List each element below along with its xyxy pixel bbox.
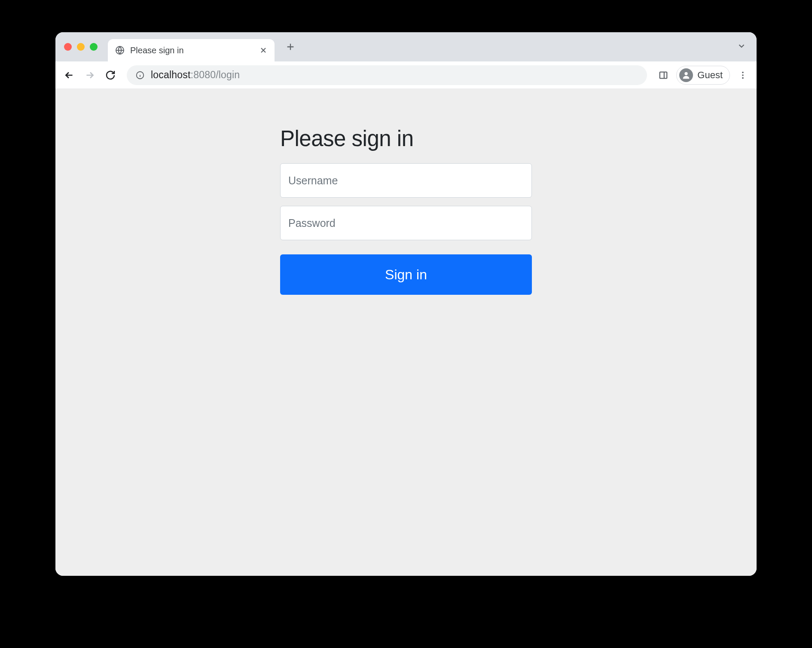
url-host: localhost <box>151 69 191 80</box>
forward-button[interactable] <box>81 67 98 84</box>
url-text: localhost:8080/login <box>151 69 240 81</box>
url-path: :8080/login <box>191 69 240 80</box>
globe-icon <box>115 45 125 55</box>
browser-tab[interactable]: Please sign in <box>108 39 275 61</box>
site-info-icon[interactable] <box>135 70 145 80</box>
svg-rect-2 <box>660 72 667 78</box>
reload-button[interactable] <box>102 67 119 84</box>
window-close-button[interactable] <box>64 43 72 51</box>
window-minimize-button[interactable] <box>77 43 85 51</box>
password-field[interactable] <box>280 206 532 240</box>
browser-window: Please sign in <box>55 32 757 576</box>
svg-point-5 <box>742 74 744 76</box>
tab-strip: Please sign in <box>55 32 757 61</box>
tab-title: Please sign in <box>130 46 259 55</box>
avatar-icon <box>679 68 693 82</box>
back-button[interactable] <box>61 67 78 84</box>
sign-in-button[interactable]: Sign in <box>280 254 532 295</box>
svg-point-3 <box>685 72 688 75</box>
close-tab-icon[interactable] <box>259 46 268 55</box>
profile-label: Guest <box>697 70 723 81</box>
tabs-dropdown-button[interactable] <box>737 41 746 52</box>
browser-toolbar: localhost:8080/login Guest <box>55 61 757 89</box>
profile-button[interactable]: Guest <box>676 66 730 85</box>
address-bar[interactable]: localhost:8080/login <box>127 65 647 85</box>
menu-button[interactable] <box>734 67 751 84</box>
page-title: Please sign in <box>280 126 532 151</box>
window-maximize-button[interactable] <box>90 43 98 51</box>
svg-point-4 <box>742 71 744 73</box>
window-controls <box>64 43 98 51</box>
login-form: Please sign in Sign in <box>280 126 532 576</box>
toolbar-right: Guest <box>655 66 751 85</box>
username-field[interactable] <box>280 163 532 198</box>
svg-point-6 <box>742 77 744 79</box>
new-tab-button[interactable] <box>282 39 299 55</box>
page-viewport: Please sign in Sign in <box>55 89 757 576</box>
side-panel-button[interactable] <box>655 67 672 84</box>
